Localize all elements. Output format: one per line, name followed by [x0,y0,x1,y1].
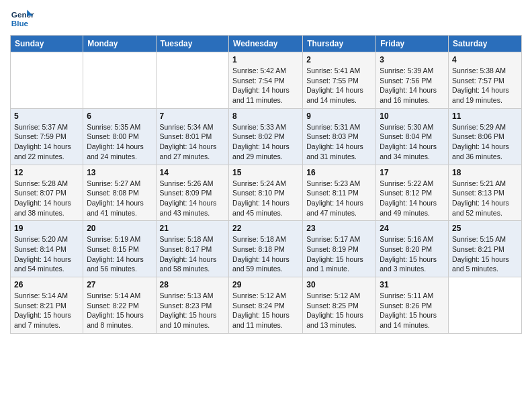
day-info: Sunrise: 5:38 AMSunset: 7:57 PMDaylight:… [452,66,518,105]
day-info: Sunrise: 5:17 AMSunset: 8:19 PMDaylight:… [306,234,372,274]
day-number: 8 [232,111,299,121]
day-info: Sunrise: 5:19 AMSunset: 8:15 PMDaylight:… [87,234,152,274]
day-number: 15 [232,168,299,177]
day-info: Sunrise: 5:13 AMSunset: 8:23 PMDaylight:… [160,291,226,330]
weekday-header-cell: Sunday [11,36,83,52]
calendar-day-cell: 18Sunrise: 5:21 AMSunset: 8:13 PMDayligh… [449,165,522,221]
day-number: 25 [452,224,518,233]
calendar-day-cell [11,52,83,109]
calendar-day-cell: 16Sunrise: 5:23 AMSunset: 8:11 PMDayligh… [303,165,376,221]
day-number: 2 [306,55,372,64]
day-number: 13 [87,168,152,177]
calendar-day-cell: 8Sunrise: 5:33 AMSunset: 8:02 PMDaylight… [229,108,303,165]
weekday-header-cell: Wednesday [229,36,303,52]
day-number: 12 [14,168,79,177]
day-number: 9 [306,111,372,121]
calendar-week-row: 1Sunrise: 5:42 AMSunset: 7:54 PMDaylight… [11,52,522,109]
day-info: Sunrise: 5:22 AMSunset: 8:12 PMDaylight:… [380,179,445,218]
day-number: 27 [87,280,152,289]
calendar-day-cell: 29Sunrise: 5:12 AMSunset: 8:24 PMDayligh… [229,277,303,334]
day-number: 23 [306,224,372,233]
day-number: 20 [87,224,152,233]
day-number: 14 [160,168,226,177]
day-info: Sunrise: 5:12 AMSunset: 8:25 PMDaylight:… [306,291,372,330]
calendar-day-cell: 3Sunrise: 5:39 AMSunset: 7:56 PMDaylight… [376,52,449,109]
calendar-day-cell: 22Sunrise: 5:18 AMSunset: 8:18 PMDayligh… [229,221,303,277]
day-info: Sunrise: 5:28 AMSunset: 8:07 PMDaylight:… [14,179,79,218]
calendar-day-cell: 19Sunrise: 5:20 AMSunset: 8:14 PMDayligh… [11,221,83,277]
day-number: 11 [452,111,518,121]
day-number: 6 [87,111,152,121]
day-info: Sunrise: 5:37 AMSunset: 7:59 PMDaylight:… [14,122,79,162]
calendar-day-cell [83,52,156,109]
day-info: Sunrise: 5:39 AMSunset: 7:56 PMDaylight:… [380,66,445,105]
day-info: Sunrise: 5:18 AMSunset: 8:17 PMDaylight:… [160,234,226,274]
calendar-day-cell: 1Sunrise: 5:42 AMSunset: 7:54 PMDaylight… [229,52,303,109]
day-info: Sunrise: 5:21 AMSunset: 8:13 PMDaylight:… [452,179,518,218]
day-info: Sunrise: 5:29 AMSunset: 8:06 PMDaylight:… [452,122,518,162]
day-info: Sunrise: 5:14 AMSunset: 8:22 PMDaylight:… [87,291,152,330]
day-info: Sunrise: 5:31 AMSunset: 8:03 PMDaylight:… [306,122,372,162]
day-info: Sunrise: 5:30 AMSunset: 8:04 PMDaylight:… [380,122,445,162]
day-number: 5 [14,111,79,121]
day-number: 28 [160,280,226,289]
svg-text:Blue: Blue [11,19,29,28]
calendar-day-cell: 14Sunrise: 5:26 AMSunset: 8:09 PMDayligh… [156,165,229,221]
day-info: Sunrise: 5:15 AMSunset: 8:21 PMDaylight:… [452,234,518,274]
calendar-week-row: 5Sunrise: 5:37 AMSunset: 7:59 PMDaylight… [11,108,522,165]
day-number: 26 [14,280,79,289]
day-number: 10 [380,111,445,121]
calendar-day-cell: 13Sunrise: 5:27 AMSunset: 8:08 PMDayligh… [83,165,156,221]
day-number: 24 [380,224,445,233]
weekday-header-cell: Thursday [303,36,376,52]
day-number: 3 [380,55,445,64]
day-info: Sunrise: 5:11 AMSunset: 8:26 PMDaylight:… [380,291,445,330]
day-number: 17 [380,168,445,177]
day-number: 1 [232,55,299,64]
calendar-day-cell: 12Sunrise: 5:28 AMSunset: 8:07 PMDayligh… [11,165,83,221]
day-info: Sunrise: 5:33 AMSunset: 8:02 PMDaylight:… [232,122,299,162]
day-number: 31 [380,280,445,289]
calendar-day-cell: 23Sunrise: 5:17 AMSunset: 8:19 PMDayligh… [303,221,376,277]
day-number: 29 [232,280,299,289]
day-info: Sunrise: 5:18 AMSunset: 8:18 PMDaylight:… [232,234,299,274]
calendar-day-cell: 20Sunrise: 5:19 AMSunset: 8:15 PMDayligh… [83,221,156,277]
calendar-day-cell: 11Sunrise: 5:29 AMSunset: 8:06 PMDayligh… [449,108,522,165]
calendar-day-cell: 24Sunrise: 5:16 AMSunset: 8:20 PMDayligh… [376,221,449,277]
day-number: 4 [452,55,518,64]
calendar-day-cell: 28Sunrise: 5:13 AMSunset: 8:23 PMDayligh… [156,277,229,334]
day-info: Sunrise: 5:42 AMSunset: 7:54 PMDaylight:… [232,66,299,105]
calendar-day-cell: 27Sunrise: 5:14 AMSunset: 8:22 PMDayligh… [83,277,156,334]
day-number: 7 [160,111,226,121]
calendar-day-cell: 5Sunrise: 5:37 AMSunset: 7:59 PMDaylight… [11,108,83,165]
day-number: 16 [306,168,372,177]
day-info: Sunrise: 5:24 AMSunset: 8:10 PMDaylight:… [232,179,299,218]
calendar-day-cell: 17Sunrise: 5:22 AMSunset: 8:12 PMDayligh… [376,165,449,221]
logo-icon: General Blue [10,7,34,31]
calendar-day-cell: 30Sunrise: 5:12 AMSunset: 8:25 PMDayligh… [303,277,376,334]
day-info: Sunrise: 5:26 AMSunset: 8:09 PMDaylight:… [160,179,226,218]
weekday-header-row: SundayMondayTuesdayWednesdayThursdayFrid… [11,36,522,52]
calendar-table: SundayMondayTuesdayWednesdayThursdayFrid… [10,35,522,334]
day-number: 30 [306,280,372,289]
day-info: Sunrise: 5:41 AMSunset: 7:55 PMDaylight:… [306,66,372,105]
calendar-week-row: 19Sunrise: 5:20 AMSunset: 8:14 PMDayligh… [11,221,522,277]
calendar-day-cell: 7Sunrise: 5:34 AMSunset: 8:01 PMDaylight… [156,108,229,165]
day-number: 21 [160,224,226,233]
day-info: Sunrise: 5:16 AMSunset: 8:20 PMDaylight:… [380,234,445,274]
logo: General Blue [10,7,34,31]
day-number: 18 [452,168,518,177]
weekday-header-cell: Monday [83,36,156,52]
calendar-day-cell: 9Sunrise: 5:31 AMSunset: 8:03 PMDaylight… [303,108,376,165]
calendar-day-cell: 26Sunrise: 5:14 AMSunset: 8:21 PMDayligh… [11,277,83,334]
weekday-header-cell: Tuesday [156,36,229,52]
day-number: 22 [232,224,299,233]
day-info: Sunrise: 5:14 AMSunset: 8:21 PMDaylight:… [14,291,79,330]
day-info: Sunrise: 5:35 AMSunset: 8:00 PMDaylight:… [87,122,152,162]
day-info: Sunrise: 5:12 AMSunset: 8:24 PMDaylight:… [232,291,299,330]
weekday-header-cell: Friday [376,36,449,52]
weekday-header-cell: Saturday [449,36,522,52]
calendar-day-cell: 6Sunrise: 5:35 AMSunset: 8:00 PMDaylight… [83,108,156,165]
calendar-day-cell: 15Sunrise: 5:24 AMSunset: 8:10 PMDayligh… [229,165,303,221]
day-info: Sunrise: 5:23 AMSunset: 8:11 PMDaylight:… [306,179,372,218]
